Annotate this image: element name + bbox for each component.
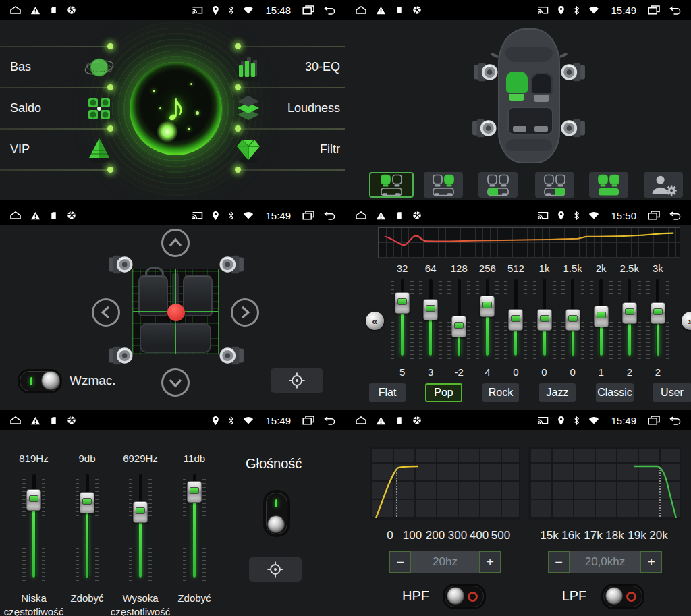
home-icon[interactable] [9, 211, 22, 220]
balance-position-dot[interactable] [167, 304, 185, 321]
seat-front-left-active[interactable] [506, 72, 528, 93]
back-icon[interactable] [669, 211, 682, 220]
toggle-knob[interactable] [267, 515, 285, 533]
seat-zone-front-left-button[interactable] [369, 172, 414, 198]
tone-slider-handle[interactable] [80, 492, 94, 513]
balance-left-button[interactable] [92, 298, 120, 327]
seat-rear-bench[interactable] [507, 107, 553, 135]
eq-band-slider[interactable] [480, 279, 495, 360]
eq-band-slider-handle[interactable] [423, 299, 438, 320]
eq-band-slider[interactable] [565, 279, 580, 360]
eq-band-slider-handle[interactable] [508, 309, 523, 331]
slider-green-fill [86, 511, 88, 578]
back-icon[interactable] [669, 6, 682, 15]
eq-band-slider-handle[interactable] [565, 309, 580, 331]
seat-zone-rear-left-button[interactable] [478, 172, 518, 198]
menu-item-loudness[interactable]: Loudness [233, 88, 346, 129]
seat-front-right[interactable] [531, 73, 553, 94]
preset-flat-button[interactable]: Flat [369, 383, 406, 402]
home-icon[interactable] [355, 416, 367, 425]
amplifier-toggle[interactable] [20, 371, 60, 391]
eq-band-slider-handle[interactable] [651, 302, 665, 324]
tone-slider[interactable] [80, 474, 94, 582]
home-icon[interactable] [9, 416, 22, 425]
tone-slider-group: 9dbZdobyć [57, 452, 117, 605]
tone-slider[interactable] [133, 474, 148, 582]
status-time: 15:50 [611, 210, 636, 221]
crosshair-icon [288, 372, 306, 389]
preset-jazz-button[interactable]: Jazz [539, 383, 576, 402]
recents-icon[interactable] [648, 211, 660, 220]
home-icon[interactable] [9, 5, 22, 15]
hpf-toggle[interactable] [445, 586, 484, 607]
eq-band-slider[interactable] [537, 279, 552, 360]
tone-slider[interactable] [26, 474, 41, 582]
recents-icon[interactable] [302, 211, 314, 220]
crosshair-icon [267, 561, 284, 578]
fader-up-button[interactable] [161, 229, 190, 257]
back-icon[interactable] [323, 6, 336, 15]
eq-band-slider-handle[interactable] [537, 309, 552, 331]
eq-band-slider[interactable] [423, 279, 438, 360]
fader-down-button[interactable] [161, 368, 190, 397]
toggle-knob[interactable] [41, 371, 60, 390]
reset-tone-button[interactable] [249, 557, 302, 582]
balance-right-button[interactable] [231, 298, 259, 327]
toggle-knob[interactable] [605, 587, 623, 605]
seat-zone-front-right-button[interactable] [424, 172, 463, 198]
seat-zone-all-seats-button[interactable] [589, 172, 628, 198]
lpf-toggle[interactable] [603, 586, 642, 607]
back-icon[interactable] [323, 211, 336, 220]
preset-user-button[interactable]: User [653, 383, 691, 402]
recents-icon[interactable] [302, 416, 314, 425]
menu-item-30eq[interactable]: 30-EQ [233, 47, 346, 88]
recents-icon[interactable] [648, 5, 660, 15]
hpf-axis-label: 300 [448, 529, 467, 542]
recents-icon[interactable] [302, 5, 314, 15]
lpf-frequency-value[interactable]: 20,0khz [570, 551, 640, 573]
status-time: 15:48 [265, 5, 291, 16]
hpf-frequency-value[interactable]: 20hz [411, 551, 479, 573]
eq-band-slider[interactable] [594, 279, 609, 360]
volume-toggle[interactable] [266, 493, 287, 534]
back-icon[interactable] [323, 416, 336, 425]
menu-item-filter[interactable]: Filtr [233, 129, 346, 170]
scroll-bands-right-button[interactable]: » [682, 312, 691, 330]
tone-slider-handle[interactable] [187, 481, 202, 503]
eq-band-slider-handle[interactable] [451, 316, 466, 337]
eq-band-slider[interactable] [451, 279, 466, 360]
home-icon[interactable] [355, 211, 367, 220]
menu-item-vip[interactable]: VIP [0, 129, 115, 170]
tone-slider[interactable] [187, 474, 202, 582]
preset-pop-button[interactable]: Pop [425, 383, 462, 402]
lpf-frequency-stepper: − 20,0khz + [548, 551, 662, 573]
eq-band-slider[interactable] [395, 279, 410, 360]
balance-fader-pad[interactable] [132, 269, 219, 354]
eq-band-slider-handle[interactable] [395, 292, 410, 314]
hpf-increase-button[interactable]: + [479, 551, 501, 573]
recents-icon[interactable] [648, 416, 660, 425]
home-icon[interactable] [355, 5, 367, 15]
eq-band-slider[interactable] [651, 279, 665, 360]
seat-zone-rear-right-button[interactable] [535, 172, 574, 198]
lpf-increase-button[interactable]: + [640, 551, 662, 573]
toggle-knob[interactable] [447, 587, 464, 605]
preset-rock-button[interactable]: Rock [482, 383, 519, 402]
menu-item-bass[interactable]: Bas [0, 47, 115, 88]
scroll-bands-left-button[interactable]: « [366, 312, 384, 330]
eq-band-slider-handle[interactable] [480, 296, 495, 317]
seat-zone-custom-user-button[interactable] [644, 172, 683, 198]
center-reset-button[interactable] [271, 368, 323, 393]
eq-band-slider-handle[interactable] [622, 302, 637, 324]
back-icon[interactable] [669, 416, 682, 425]
eq-band-slider[interactable] [508, 279, 523, 360]
eq-band-slider-handle[interactable] [594, 306, 609, 327]
tone-slider-handle[interactable] [133, 501, 148, 523]
lpf-decrease-button[interactable]: − [548, 551, 570, 573]
hpf-decrease-button[interactable]: − [389, 551, 411, 573]
menu-item-balance[interactable]: Saldo [0, 88, 115, 129]
tone-slider-handle[interactable] [26, 489, 41, 511]
preset-classic-button[interactable]: Classic [596, 383, 634, 402]
eq-band-slider[interactable] [622, 279, 637, 360]
music-note-button[interactable]: ♪ [130, 63, 222, 155]
